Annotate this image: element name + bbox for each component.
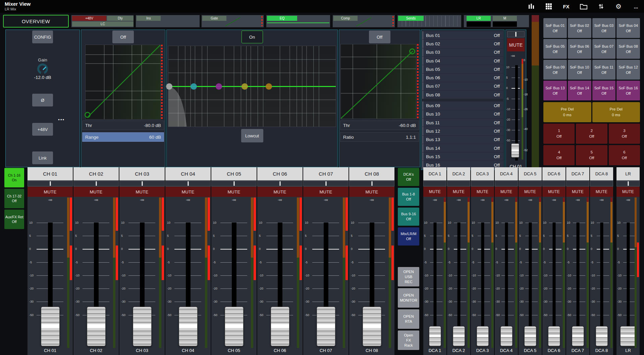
strip-header[interactable]: DCA 2 <box>447 167 470 180</box>
fader-zone[interactable]: 10 5 0 -5 -10 -20 -30 -50 <box>519 203 542 348</box>
strip-header[interactable]: CH 01 <box>28 167 73 180</box>
strip-header[interactable]: CH 05 <box>211 167 257 180</box>
pan-bar[interactable] <box>119 181 165 186</box>
meters-icon[interactable] <box>527 2 535 10</box>
mute-button[interactable]: MUTE <box>616 187 640 197</box>
bus-send-row[interactable]: Bus 02 Off <box>422 40 503 48</box>
fader-zone[interactable]: 10 5 0 -5 -10 -20 -30 -50 <box>495 203 518 348</box>
strip-header[interactable]: CH 07 <box>303 167 348 180</box>
bus-send-row[interactable]: Bus 06 Off <box>422 74 503 82</box>
bus-send-row[interactable]: Bus 10 Off <box>422 110 503 118</box>
lowcut-button[interactable]: Lowcut <box>241 129 263 142</box>
fader-zone[interactable]: 10 5 0 -5 -10 -20 -30 -50 <box>447 203 470 348</box>
fader-cap[interactable] <box>477 326 489 346</box>
fader-zone[interactable]: 10 5 0 -5 -10 -20 -30 -50 <box>119 203 165 348</box>
fader-cap[interactable] <box>363 307 381 346</box>
bus-send-row[interactable]: Bus 11 Off <box>422 119 503 127</box>
mute-button[interactable]: MUTE <box>447 187 470 197</box>
open-button[interactable]: OPEN RTA <box>398 309 419 329</box>
mute-button[interactable]: MUTE <box>303 187 348 197</box>
fader-zone[interactable]: 10 5 0 -5 -10 -20 -30 -50 <box>506 59 521 164</box>
fader-zone[interactable]: 10 5 0 -5 -10 -20 -30 -50 <box>73 203 119 348</box>
lrm-block[interactable]: LR M <box>464 15 529 28</box>
strip-header[interactable]: DCA 7 <box>566 167 589 180</box>
pan-bar[interactable] <box>257 181 303 186</box>
strip-header[interactable]: CH 02 <box>73 167 119 180</box>
strip-header[interactable]: DCA 1 <box>423 167 446 180</box>
mute-button[interactable]: MUTE <box>495 187 518 197</box>
sof-bus-button[interactable]: SoF Bus 05 Off <box>543 39 567 59</box>
fader-cap[interactable] <box>620 326 636 346</box>
mute-group-button[interactable]: 1 Off <box>543 124 575 144</box>
bus-send-row[interactable]: Bus 04 Off <box>422 57 503 65</box>
strip-header[interactable]: DCA 4 <box>495 167 518 180</box>
bus-send-row[interactable]: Bus 08 Off <box>422 91 503 99</box>
fader-zone[interactable]: 10 5 0 -5 -10 -20 -30 -50 <box>165 203 211 348</box>
predelay-button[interactable]: Pre Del 0 ms <box>592 102 640 122</box>
bus-send-row[interactable]: Bus 05 Off <box>422 65 503 73</box>
bus-send-row[interactable]: Bus 12 Off <box>422 127 503 135</box>
mute-button[interactable]: MUTE <box>471 187 494 197</box>
pan-bar[interactable] <box>349 181 394 186</box>
strip-header[interactable]: CH 03 <box>119 167 165 180</box>
sof-bus-button[interactable]: SoF Bus 15 Off <box>592 81 616 100</box>
eq-graph[interactable] <box>168 46 336 127</box>
gain-knob[interactable] <box>37 63 48 74</box>
eq-band-handle[interactable] <box>166 83 172 90</box>
fader-cap[interactable] <box>317 307 335 346</box>
fader-cap[interactable] <box>453 326 465 346</box>
bus-send-row[interactable]: Bus 07 Off <box>422 82 503 90</box>
mute-group-button[interactable]: 6 Off <box>609 145 640 165</box>
fader-cap[interactable] <box>225 307 244 346</box>
comp-state-button[interactable]: Off <box>369 31 390 43</box>
predelay-button[interactable]: Pre Del 0 ms <box>543 102 591 122</box>
fader-zone[interactable]: 10 5 0 -5 -10 -20 -30 -50 <box>349 203 394 348</box>
view-button[interactable]: Mtx/LR/M Off <box>398 227 419 246</box>
pan-bar[interactable] <box>211 181 257 186</box>
mute-button[interactable]: MUTE <box>542 187 566 197</box>
sof-bus-button[interactable]: SoF Bus 09 Off <box>543 60 567 80</box>
sof-bus-button[interactable]: SoF Bus 08 Off <box>616 39 640 59</box>
mute-button[interactable]: MUTE <box>257 187 303 197</box>
fader-cap[interactable] <box>572 326 584 346</box>
overview-tab[interactable]: OVERVIEW <box>3 15 69 28</box>
strip-header[interactable]: DCA 5 <box>519 167 542 180</box>
fader-zone[interactable]: 10 5 0 -5 -10 -20 -30 -50 <box>211 203 257 348</box>
mute-group-button[interactable]: 2 Off <box>576 124 607 144</box>
mute-group-button[interactable]: 3 Off <box>609 124 640 144</box>
bus-send-row[interactable]: Bus 09 Off <box>422 101 503 109</box>
settings-gear-icon[interactable]: ⚙ <box>614 2 623 10</box>
open-button[interactable]: OPEN MONITOR <box>398 288 419 308</box>
pan-bar[interactable] <box>495 181 518 186</box>
fader-cap[interactable] <box>133 307 152 346</box>
sof-bus-button[interactable]: SoF Bus 06 Off <box>568 39 591 59</box>
fader-zone[interactable]: 10 5 0 -5 -10 -20 -30 -50 <box>542 203 566 348</box>
fx-button[interactable]: FX <box>562 2 570 10</box>
bus-send-row[interactable]: Bus 03 Off <box>422 48 503 56</box>
phase-button[interactable]: Ø <box>32 94 53 106</box>
mute-group-button[interactable]: 5 Off <box>576 145 607 165</box>
strip-header[interactable]: DCA 3 <box>471 167 494 180</box>
apps-grid-icon[interactable] <box>545 2 553 10</box>
mute-group-button[interactable]: 4 Off <box>543 145 575 165</box>
mute-button[interactable]: MUTE <box>211 187 257 197</box>
phantom-button[interactable]: +48V <box>32 123 53 136</box>
bus-send-row[interactable]: Bus 15 Off <box>422 152 503 161</box>
comp-ratio-row[interactable]: Ratio 1.1:1 <box>340 132 419 142</box>
gate-state-button[interactable]: Off <box>112 31 134 43</box>
insert-block[interactable]: Ins <box>136 15 200 28</box>
layer-tab[interactable]: Aux/FX Ret Off <box>4 210 24 229</box>
fader-cap[interactable] <box>271 307 289 346</box>
pan-bar[interactable] <box>73 181 119 186</box>
strip-header[interactable]: CH 08 <box>349 167 394 180</box>
pan-bar[interactable] <box>519 181 542 186</box>
mute-button[interactable]: MUTE <box>566 187 589 197</box>
fader-zone[interactable]: 10 5 0 -5 -10 -20 -30 -50 <box>28 203 73 348</box>
pan-bar[interactable] <box>447 181 470 186</box>
fader-zone[interactable]: 10 5 0 -5 -10 -20 -30 -50 <box>303 203 348 348</box>
fader-cap[interactable] <box>596 326 608 346</box>
eq-band-handle[interactable] <box>216 83 222 90</box>
mute-button[interactable]: MUTE <box>119 187 165 197</box>
fader-cap[interactable] <box>179 307 198 346</box>
fader-cap[interactable] <box>548 326 560 346</box>
